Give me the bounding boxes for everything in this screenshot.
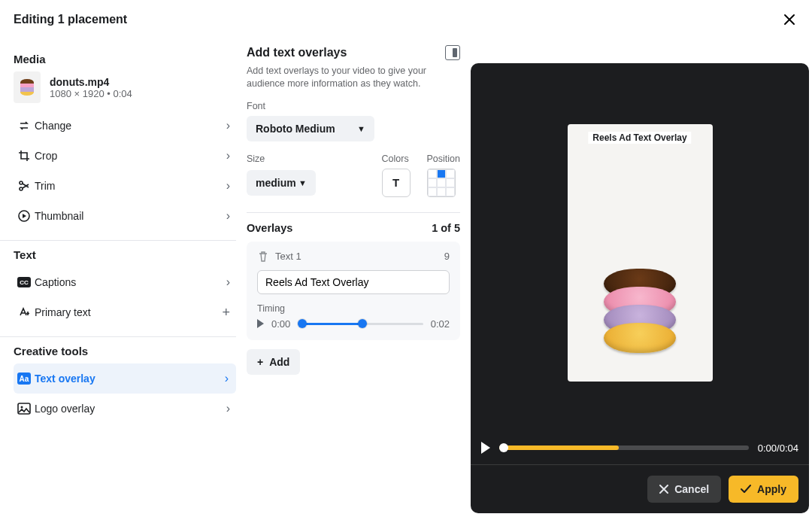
media-thumbnail-label: Thumbnail [35,210,226,222]
font-label: Font [247,101,460,111]
overlay-item-name: Text 1 [275,251,301,262]
preview-video: Reels Ad Text Overlay [568,124,713,382]
image-icon [17,403,31,415]
plus-icon: + [222,305,230,321]
captions-icon: CC [17,277,31,287]
plus-icon: + [257,356,263,368]
timing-label: Timing [257,303,450,314]
timing-play-button[interactable] [257,319,264,328]
overlay-item: Text 1 9 Timing 0:00 0:02 [247,242,460,340]
font-select[interactable]: Roboto Medium ▼ [247,116,374,141]
text-overlay-icon: Aa [17,373,31,385]
toggle-panel-button[interactable] [445,45,460,60]
chevron-down-icon: ▼ [298,178,307,187]
primary-text-item[interactable]: Primary text + [14,297,236,327]
position-picker[interactable] [427,169,456,197]
logo-overlay-item[interactable]: Logo overlay › [14,394,236,424]
media-crop-label: Crop [35,150,226,162]
range-handle-start[interactable] [298,319,307,328]
text-icon [18,306,30,318]
media-change[interactable]: Change › [14,111,236,141]
chevron-down-icon: ▼ [357,124,365,133]
svg-text:Aa: Aa [20,375,29,383]
video-scrubber[interactable] [499,445,749,450]
text-overlay-label: Text overlay [35,373,225,385]
primary-text-label: Primary text [35,306,222,318]
preview-cancel-label: Cancel [674,483,709,495]
media-thumbnail [14,71,41,103]
check-icon [741,485,751,494]
preview-panel: Reels Ad Text Overlay 0:00/0:04 [471,63,809,513]
media-change-label: Change [35,120,226,132]
svg-point-0 [20,187,23,190]
svg-point-8 [21,406,23,409]
preview-apply-button[interactable]: Apply [729,476,798,503]
position-label: Position [427,154,460,164]
media-trim-label: Trim [35,180,226,192]
preview-graphic [604,281,676,353]
captions-item[interactable]: CC Captions › [14,267,236,297]
overlay-panel-description: Add text overlays to your video to give … [247,65,460,90]
overlay-text-input[interactable] [257,270,450,294]
video-time: 0:00/0:04 [758,442,798,454]
svg-point-1 [20,181,23,184]
close-icon [783,14,795,26]
size-label: Size [247,154,316,164]
media-file-row: donuts.mp4 1080 × 1920 • 0:04 [14,71,236,103]
add-overlay-button[interactable]: + Add [247,349,300,375]
size-select[interactable]: medium ▼ [247,170,316,196]
text-section-title: Text [14,248,236,261]
preview-cancel-button[interactable]: Cancel [647,476,721,503]
media-crop[interactable]: Crop › [14,141,236,171]
add-overlay-label: Add [269,356,289,368]
media-trim[interactable]: Trim › [14,171,236,201]
chevron-right-icon: › [226,149,230,163]
video-play-button[interactable] [481,442,490,454]
color-picker[interactable]: T [382,169,411,197]
creative-section-title: Creative tools [14,345,236,357]
preview-overlay-text: Reels Ad Text Overlay [588,132,691,144]
trim-icon [18,180,30,192]
close-icon [659,485,668,494]
font-value: Roboto Medium [256,123,335,135]
media-filename: donuts.mp4 [50,76,132,88]
thumbnail-icon [17,209,31,223]
svg-text:CC: CC [20,279,29,286]
chevron-right-icon: › [226,275,230,289]
trash-icon[interactable] [257,251,269,263]
chevron-right-icon: › [226,402,230,415]
chevron-right-icon: › [226,209,230,223]
chevron-right-icon: › [226,179,230,193]
chevron-right-icon: › [226,119,230,132]
close-button[interactable] [780,11,798,29]
text-overlay-item[interactable]: Aa Text overlay › [14,363,236,394]
media-section-title: Media [14,53,236,65]
media-meta: 1080 × 1920 • 0:04 [50,88,132,99]
overlays-label: Overlays [247,222,292,234]
timing-end: 0:02 [431,318,450,330]
timing-start: 0:00 [271,318,290,330]
overlay-char-count: 9 [444,251,450,262]
captions-label: Captions [35,276,226,288]
overlays-count: 1 of 5 [432,222,460,234]
range-handle-end[interactable] [358,319,367,328]
swap-icon [18,120,30,132]
preview-apply-label: Apply [757,483,786,495]
crop-icon [18,150,30,162]
timing-range[interactable] [298,319,423,328]
page-title: Editing 1 placement [14,13,127,26]
media-thumbnail-item[interactable]: Thumbnail › [14,201,236,231]
size-value: medium [256,177,296,189]
chevron-right-icon: › [225,372,229,385]
logo-overlay-label: Logo overlay [35,403,226,415]
overlay-panel-title: Add text overlays [247,46,347,59]
colors-label: Colors [382,154,411,164]
